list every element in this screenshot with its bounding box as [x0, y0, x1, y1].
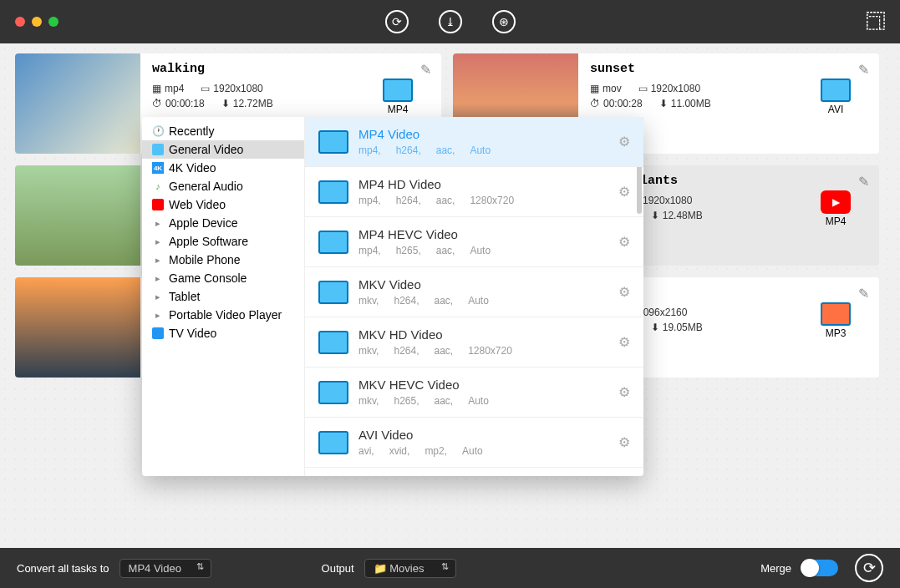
- format-specs: mkv,h265,aac,Auto: [358, 395, 608, 407]
- category-general-video[interactable]: General Video: [142, 140, 304, 159]
- resolution-meta: ▭ 1920x1080: [201, 83, 262, 94]
- toolbox-icon[interactable]: ⿹: [867, 11, 885, 33]
- format-mp4-hevc-video[interactable]: MP4 HEVC Video mp4,h265,aac,Auto ⚙: [305, 217, 643, 267]
- category-portable-video-player[interactable]: Portable Video Player: [142, 306, 304, 324]
- size-meta: ⬇ 12.72MB: [221, 98, 273, 109]
- format-label: MP4: [383, 104, 413, 115]
- format-specs: mkv,h264,aac,Auto: [358, 295, 608, 307]
- size-meta: ⬇ 12.48MB: [651, 210, 703, 221]
- category-tv-video[interactable]: TV Video: [142, 324, 304, 342]
- merge-label: Merge: [760, 562, 791, 575]
- clock-icon: [152, 125, 164, 137]
- format-title: MKV HEVC Video: [358, 378, 608, 392]
- format-specs: mp4,h264,aac,Auto: [358, 144, 608, 156]
- output-format-badge[interactable]: MP3: [821, 302, 851, 339]
- gear-icon[interactable]: ⚙: [618, 384, 630, 400]
- format-label: MP3: [821, 327, 851, 339]
- size-meta: ⬇ 19.05MB: [651, 322, 703, 333]
- format-specs: avi,xvid,mp2,Auto: [358, 445, 608, 457]
- bottom-bar: Convert all tasks to MP4 Video Output 📁 …: [0, 548, 900, 588]
- category-apple-device[interactable]: Apple Device: [142, 214, 304, 232]
- category-web-video[interactable]: Web Video: [142, 195, 304, 214]
- format-meta: ▦ mov: [590, 83, 622, 94]
- format-title: MP4 Video: [358, 127, 608, 141]
- format-title: MKV Video: [358, 277, 608, 291]
- output-format-badge[interactable]: MP4: [821, 190, 851, 227]
- format-mp4-video[interactable]: MP4 Video mp4,h264,aac,Auto ⚙: [305, 117, 643, 167]
- edit-icon[interactable]: ✎: [858, 62, 869, 78]
- video-icon: [152, 144, 164, 155]
- mp4-hevc-icon: [318, 231, 348, 254]
- chevron-right-icon: [152, 217, 164, 229]
- mkv-hevc-icon: [318, 381, 348, 404]
- format-label: AVI: [821, 104, 851, 115]
- edit-icon[interactable]: ✎: [858, 174, 869, 190]
- chevron-right-icon: [152, 272, 164, 284]
- edit-icon[interactable]: ✎: [858, 286, 869, 302]
- window-controls: [15, 17, 58, 27]
- output-folder-select[interactable]: 📁 Movies: [364, 559, 456, 578]
- gear-icon[interactable]: ⚙: [618, 234, 630, 250]
- category-general-audio[interactable]: General Audio: [142, 177, 304, 195]
- format-mp4-hd-video[interactable]: MP4 HD Video mp4,h264,aac,1280x720 ⚙: [305, 167, 643, 217]
- format-title: AVI Video: [358, 428, 608, 442]
- media-tab-icon[interactable]: ⊛: [492, 10, 516, 33]
- convert-format-select[interactable]: MP4 Video: [119, 559, 211, 578]
- thumbnail: [15, 165, 140, 266]
- duration-meta: ⏱ 00:00:28: [590, 98, 643, 109]
- output-format-badge[interactable]: MP4: [383, 79, 413, 115]
- youtube-icon: [821, 190, 851, 214]
- chevron-right-icon: [152, 291, 164, 302]
- chevron-right-icon: [152, 309, 164, 321]
- format-meta: ▦ mp4: [152, 83, 184, 94]
- category-mobile-phone[interactable]: Mobile Phone: [142, 251, 304, 269]
- format-title: MP4 HEVC Video: [358, 227, 608, 241]
- format-avi-video[interactable]: AVI Video avi,xvid,mp2,Auto ⚙: [305, 418, 643, 468]
- size-meta: ⬇ 11.00MB: [659, 98, 711, 109]
- thumbnail: [15, 277, 140, 378]
- 4k-icon: 4K: [152, 162, 164, 174]
- convert-button[interactable]: ⟳: [855, 554, 883, 582]
- format-title: MKV HD Video: [358, 327, 608, 342]
- gear-icon[interactable]: ⚙: [618, 434, 630, 450]
- gear-icon[interactable]: ⚙: [618, 334, 630, 350]
- category-4k-video[interactable]: 4K4K Video: [142, 159, 304, 177]
- thumbnail: [15, 53, 140, 154]
- format-specs: mp4,h265,aac,Auto: [358, 245, 608, 256]
- minimize-window-button[interactable]: [32, 17, 42, 27]
- mkv-icon: [318, 281, 348, 304]
- edit-icon[interactable]: ✎: [420, 62, 431, 78]
- gear-icon[interactable]: ⚙: [618, 134, 630, 150]
- mp4-icon: [318, 130, 348, 154]
- gear-icon[interactable]: ⚙: [618, 184, 630, 200]
- mkv-hd-icon: [318, 331, 348, 354]
- maximize-window-button[interactable]: [48, 17, 58, 27]
- close-window-button[interactable]: [15, 17, 25, 27]
- gear-icon[interactable]: ⚙: [618, 284, 630, 300]
- format-mkv-hevc-video[interactable]: MKV HEVC Video mkv,h265,aac,Auto ⚙: [305, 368, 643, 418]
- titlebar: ⟳ ⤓ ⊛ ⿹: [0, 0, 900, 43]
- chevron-right-icon: [152, 254, 164, 266]
- duration-meta: ⏱ 00:00:18: [152, 98, 205, 109]
- category-game-console[interactable]: Game Console: [142, 269, 304, 287]
- format-mkv-hd-video[interactable]: MKV HD Video mkv,h264,aac,1280x720 ⚙: [305, 317, 643, 368]
- web-icon: [152, 199, 164, 210]
- merge-toggle[interactable]: [801, 560, 838, 576]
- convert-tab-icon[interactable]: ⟳: [385, 10, 409, 33]
- category-recently[interactable]: Recently: [142, 122, 304, 140]
- category-tablet[interactable]: Tablet: [142, 287, 304, 306]
- tv-icon: [152, 327, 164, 339]
- format-mkv-video[interactable]: MKV Video mkv,h264,aac,Auto ⚙: [305, 267, 643, 317]
- format-title: MP4 HD Video: [358, 177, 608, 191]
- format-specs: mkv,h264,aac,1280x720: [358, 345, 608, 357]
- download-tab-icon[interactable]: ⤓: [439, 10, 462, 33]
- format-dropdown: Recently General Video 4K4K Video Genera…: [142, 117, 643, 476]
- format-icon: [821, 79, 851, 102]
- output-format-badge[interactable]: AVI: [821, 79, 851, 115]
- mp3-icon: [821, 302, 851, 326]
- audio-icon: [152, 180, 164, 192]
- format-list[interactable]: MP4 Video mp4,h264,aac,Auto ⚙ MP4 HD Vid…: [305, 117, 643, 476]
- avi-icon: [318, 431, 348, 454]
- video-title: walking: [152, 62, 430, 76]
- category-apple-software[interactable]: Apple Software: [142, 232, 304, 251]
